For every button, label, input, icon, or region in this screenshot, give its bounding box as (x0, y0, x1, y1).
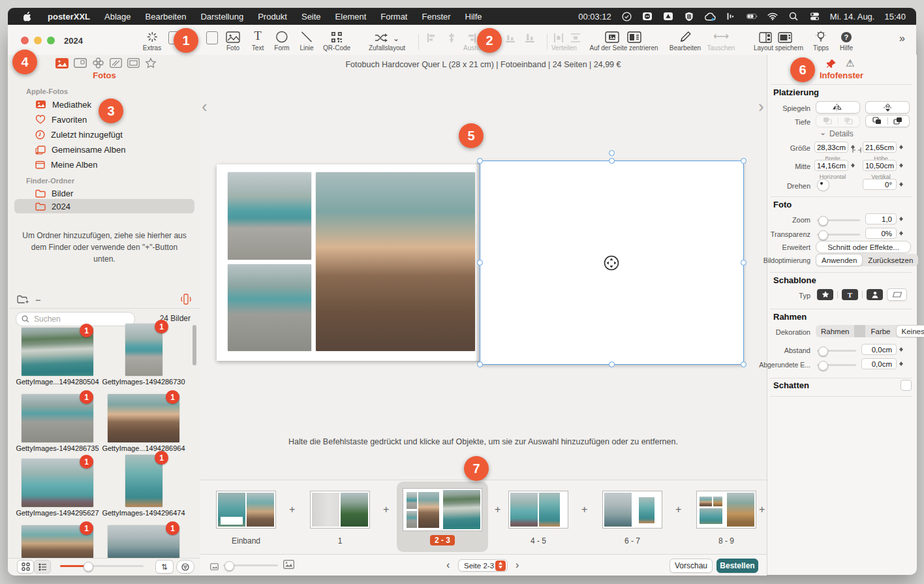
prev-page-button[interactable]: ‹ (446, 559, 450, 571)
dekoration-keines-option[interactable]: Keines (896, 325, 924, 337)
foto-zoom-slider-thumb[interactable] (818, 216, 828, 226)
page-photo-skater-standing[interactable] (228, 172, 311, 260)
audio-meter-icon[interactable] (726, 12, 737, 22)
tab-layouts-icon[interactable] (108, 57, 123, 69)
insert-pages-button[interactable]: + (759, 504, 765, 515)
dekoration-rahmen-option[interactable]: Rahmen (816, 325, 854, 337)
filter-button[interactable] (176, 560, 194, 574)
vertikal-field[interactable]: 10,50cm (863, 160, 904, 171)
toolbar-foto-button[interactable]: Foto (226, 30, 240, 52)
rotation-handle[interactable] (609, 150, 615, 156)
abstand-field[interactable]: 0,0cm (861, 344, 904, 355)
transparenz-field[interactable]: 0% (865, 228, 904, 239)
tab-fotos-icon[interactable] (55, 57, 69, 69)
add-folder-button[interactable] (17, 295, 30, 307)
apple-menu-icon[interactable] (22, 12, 33, 22)
hoehe-field[interactable]: 21,65cm (863, 142, 904, 153)
sidebar-item-mediathek[interactable]: Mediathek (35, 98, 91, 111)
distribute-h-button[interactable] (553, 30, 564, 43)
menu-ablage[interactable]: Ablage (104, 12, 131, 22)
page-prev-chevron[interactable]: ‹ (202, 98, 208, 115)
toolbar-bearbeiten-button[interactable]: Bearbeiten (670, 30, 701, 52)
insert-pages-button[interactable]: + (581, 504, 587, 515)
transparenz-slider-thumb[interactable] (818, 230, 828, 240)
selection-handle-sw[interactable] (477, 361, 483, 367)
schablone-person-button[interactable] (867, 289, 883, 300)
filmstrip-label-1[interactable]: 1 (338, 536, 343, 546)
drehen-field[interactable]: 0° (863, 179, 904, 190)
filmstrip-label-einband[interactable]: Einband (232, 536, 260, 546)
schablone-star-button[interactable] (817, 289, 833, 300)
thumbnail-size-slider[interactable] (60, 565, 144, 567)
sidebar-scrollbar[interactable] (192, 325, 196, 365)
insert-pages-button[interactable]: + (383, 504, 389, 515)
filmstrip-thumb-einband[interactable] (216, 491, 276, 529)
foto-zoom-slider[interactable] (817, 219, 860, 221)
menu-bearbeiten[interactable]: Bearbeiten (146, 12, 187, 22)
filmstrip-label-2-3-selected[interactable]: 2 - 3 (430, 535, 455, 546)
menu-format[interactable]: Format (380, 12, 407, 22)
search-input[interactable] (33, 314, 120, 324)
shield-privacy-icon[interactable] (684, 12, 695, 22)
drehen-value[interactable]: 0° (863, 179, 897, 190)
next-page-button[interactable]: › (516, 559, 519, 571)
filmstrip-label-4-5[interactable]: 4 - 5 (531, 536, 546, 546)
toolbar-extras-button[interactable]: Extras (143, 30, 161, 52)
zuruecksetzen-option[interactable]: Zurücksetzen (863, 254, 918, 266)
canvas-zoom-slider[interactable] (223, 564, 278, 566)
minimize-window-button[interactable] (34, 37, 42, 44)
dekoration-farbe-option[interactable]: Farbe (865, 325, 895, 337)
paste-icon[interactable] (206, 31, 218, 44)
foto-zoom-field[interactable]: 1,0 (865, 213, 904, 224)
pin-panel-icon[interactable] (826, 59, 836, 71)
tab-hintergruende-icon[interactable] (73, 57, 87, 69)
flip-horizontal-button[interactable] (816, 101, 860, 114)
tab-favoriten-icon[interactable] (144, 57, 158, 69)
tab-rahmen-icon[interactable] (126, 57, 140, 69)
menu-darstellung[interactable]: Darstellung (200, 12, 243, 22)
foto-zoom-stepper[interactable] (898, 213, 904, 224)
abstand-slider-thumb[interactable] (818, 346, 828, 356)
center-on-page-v-button[interactable] (627, 30, 641, 43)
bring-to-front-button[interactable] (893, 117, 903, 126)
sidebar-item-zuletzt[interactable]: Zuletzt hinzugefügt (35, 128, 123, 141)
hoehe-value[interactable]: 21,65cm (863, 142, 897, 153)
layout-save-icon-1[interactable] (759, 30, 772, 43)
toolbar-linie-button[interactable]: Linie (300, 30, 313, 52)
sidebar-item-2024[interactable]: 2024 (35, 200, 70, 213)
flip-vertical-button[interactable] (865, 101, 910, 114)
page-photo-skater-crouching[interactable] (228, 264, 311, 351)
transparenz-stepper[interactable] (898, 228, 904, 239)
tab-cliparts-icon[interactable] (91, 57, 105, 69)
selection-handle-s[interactable] (609, 361, 615, 367)
hoehe-stepper[interactable] (898, 142, 904, 153)
schablone-text-button[interactable]: T (842, 289, 858, 300)
bestellen-button[interactable]: Bestellen (716, 559, 758, 573)
insert-pages-button[interactable]: + (495, 504, 501, 515)
menu-fenster[interactable]: Fenster (422, 12, 450, 22)
abstand-stepper[interactable] (898, 344, 904, 355)
breite-field[interactable]: 28,33cm (814, 142, 856, 153)
sidebar-item-favoriten[interactable]: Favoriten (35, 113, 87, 126)
list-view-button[interactable] (34, 560, 51, 574)
drive-app-icon[interactable] (663, 12, 674, 22)
sort-button[interactable]: ⇅ (155, 560, 174, 574)
horizontal-stepper[interactable] (850, 160, 856, 171)
phone-sync-icon[interactable] (179, 294, 193, 307)
control-center-icon[interactable] (809, 12, 820, 22)
align-top-button[interactable] (505, 30, 516, 43)
filmstrip-thumb-4-5[interactable] (508, 491, 568, 529)
transparenz-slider[interactable] (817, 234, 860, 236)
schatten-checkbox[interactable] (901, 380, 912, 391)
filmstrip-label-6-7[interactable]: 6 - 7 (624, 536, 640, 546)
align-bottom-button[interactable] (525, 30, 535, 43)
selection-handle-se[interactable] (741, 361, 747, 367)
close-window-button[interactable] (21, 37, 29, 44)
ecken-field[interactable]: 0,0cm (861, 358, 904, 369)
align-center-h-button[interactable] (446, 30, 457, 43)
selection-handle-e[interactable] (741, 260, 747, 266)
menu-hilfe[interactable]: Hilfe (465, 12, 482, 22)
abstand-value[interactable]: 0,0cm (861, 344, 897, 355)
photo-search-field[interactable] (16, 312, 135, 326)
remove-folder-button[interactable]: − (35, 294, 41, 305)
